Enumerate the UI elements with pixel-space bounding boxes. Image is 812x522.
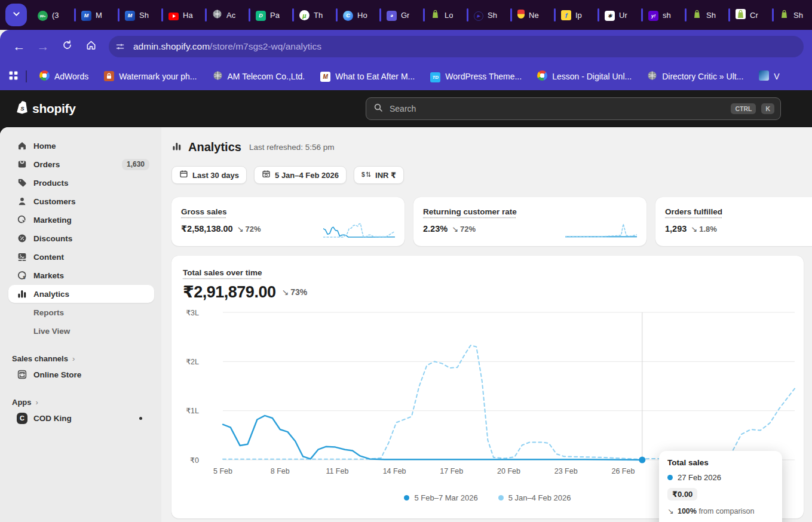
analytics-page: Analytics Last refreshed: 5:56 pm Last 3… [161,127,812,522]
bookmark-watermark-your-ph-[interactable]: Watermark your ph... [104,71,197,82]
td-blue-icon: TD [430,71,440,82]
browser-tab[interactable]: DPa [250,0,292,30]
sidebar-item-marketing[interactable]: Marketing [8,211,154,229]
browser-tab[interactable]: 99+(3 [32,0,74,30]
url-host: admin.shopify.com [133,41,210,51]
browser-tab[interactable]: ∗Ur [599,0,641,30]
letter-m-icon: M [320,71,330,82]
bookmark-adwords[interactable]: AdWords [39,70,88,82]
bookmark-directory-critic-ult-[interactable]: Directory Critic » Ult... [647,70,743,82]
chevron-right-icon: › [36,398,38,407]
browser-tab[interactable]: Sh [687,0,728,30]
bookmark-am-telecom-co-ltd-[interactable]: AM Telecom Co.,Ltd. [213,70,305,82]
calendar-compare-icon [262,170,271,180]
utorrent-icon: µ [299,10,310,21]
sidebar-item-markets[interactable]: $Markets [8,266,154,284]
svg-text:₹2L: ₹2L [186,358,199,366]
returning-customer-rate-title[interactable]: Returning customer rate [423,207,517,216]
swirl-blue-icon [759,70,769,82]
tab-label: Sh [706,11,716,20]
address-bar[interactable]: admin.shopify.com/store/m7sgs2-wq/analyt… [109,36,804,57]
back-button[interactable]: ← [8,36,30,57]
tab-search-button[interactable] [5,4,27,26]
bookmark-label: AM Telecom Co.,Ltd. [228,72,305,81]
globe-icon [647,70,657,82]
date-range-button[interactable]: Last 30 days [171,166,247,184]
legend-comparison-period[interactable]: 5 Jan–4 Feb 2026 [498,493,571,502]
shopify-logo[interactable]: S shopify [16,90,76,127]
svg-text:26 Feb: 26 Feb [611,467,635,475]
orders-fulfilled-card[interactable]: Orders fulfilled 1,293 1.8% [655,197,812,246]
shopify-bag-icon [692,9,702,22]
returning-customer-rate-card[interactable]: Returning customer rate 2.23% 72% [413,197,646,246]
browser-tab[interactable]: ▶Sh [468,0,510,30]
bookmark-label: WordPress Theme... [445,72,522,81]
svg-text:$: $ [361,171,365,178]
legend-current-period[interactable]: 5 Feb–7 Mar 2026 [404,493,477,502]
bookmark-wordpress-theme-[interactable]: TDWordPress Theme... [430,71,522,82]
orders-fulfilled-title[interactable]: Orders fulfilled [665,207,722,216]
section-header-sales-channels[interactable]: Sales channels› [12,354,153,363]
tab-label: Ho [357,11,367,20]
browser-tab[interactable]: MM [76,0,118,30]
gross-sales-title[interactable]: Gross sales [181,207,227,216]
browser-tab[interactable]: Lo [425,0,467,30]
sidebar-item-label: Online Store [33,370,81,379]
browser-tab[interactable]: µTh [294,0,336,30]
chevron-right-icon: › [72,354,75,363]
bookmark-lesson-digital-unl-[interactable]: Lesson - Digital Unl... [537,70,632,82]
search-input[interactable] [388,103,725,114]
gross-sales-card[interactable]: Gross sales ₹2,58,138.00 72% [171,197,405,246]
browser-tab[interactable]: Ha [163,0,205,30]
bookmark-label: V [774,72,779,81]
sidebar-item-customers[interactable]: Customers [8,192,154,210]
sidebar-item-reports[interactable]: Reports [8,303,154,321]
tab-label: Lo [445,11,453,20]
browser-tab[interactable]: MSh [119,0,161,30]
home-button[interactable] [80,36,102,57]
bookmarks-bar: AdWordsWatermark your ph...AM Telecom Co… [0,63,812,90]
apps-grid-icon[interactable] [8,70,19,83]
sidebar-item-content[interactable]: Content [8,248,154,266]
global-search[interactable]: CTRL K [366,97,781,120]
sidebar-item-home[interactable]: Home [8,137,154,155]
sidebar-item-label: Discounts [33,234,72,243]
browser-tab[interactable]: CHo [338,0,379,30]
browser-tab[interactable]: y!sh [643,0,685,30]
reload-button[interactable] [56,36,78,57]
browser-tab[interactable]: Cr [730,0,772,30]
browser-tab[interactable]: Ne [512,0,554,30]
sidebar-item-online-store[interactable]: Online Store [8,366,154,383]
sidebar-item-cod-king[interactable]: CCOD King [8,409,154,427]
k-key-badge: K [761,103,774,114]
tooltip-delta-row: 100% from comparison [667,506,774,515]
section-header-apps[interactable]: Apps› [12,398,153,407]
returning-customer-rate-sparkline [565,220,637,238]
content-icon [17,251,27,262]
sidebar-item-orders[interactable]: Orders1,630 [8,155,154,173]
browser-tab[interactable]: fIp [556,0,597,30]
sidebar-item-live-view[interactable]: Live View [8,322,154,340]
bookmark-what-to-eat-after-m-[interactable]: MWhat to Eat After M... [320,71,415,82]
currency-button[interactable]: $ INR ₹ [354,166,404,184]
section-label: Apps [12,398,32,407]
browser-tab[interactable]: ◕Gr [381,0,423,30]
pie-purple-icon: ◕ [387,9,397,21]
orders-fulfilled-delta: 1.8% [691,225,717,234]
browser-tab[interactable]: Sh [774,0,812,30]
forward-button[interactable]: → [32,36,54,57]
bookmark-v[interactable]: V [759,70,779,82]
browser-tab[interactable]: Ac [207,0,249,30]
tab-label: Sh [488,11,497,20]
sidebar-item-discounts[interactable]: Discounts [8,229,154,247]
last-refreshed-text: Last refreshed: 5:56 pm [249,143,335,152]
comparison-range-button[interactable]: 5 Jan–4 Feb 2026 [254,166,347,184]
currency-label: INR ₹ [375,171,396,180]
sidebar-item-products[interactable]: Products [8,174,154,192]
sidebar-item-label: Analytics [33,290,69,299]
sidebar-item-analytics[interactable]: Analytics [8,285,154,303]
shopify-bag-icon [430,9,440,22]
site-settings-icon[interactable] [112,39,128,54]
play-outline-icon: ▶ [474,9,483,21]
tab-label: Ne [529,11,539,20]
